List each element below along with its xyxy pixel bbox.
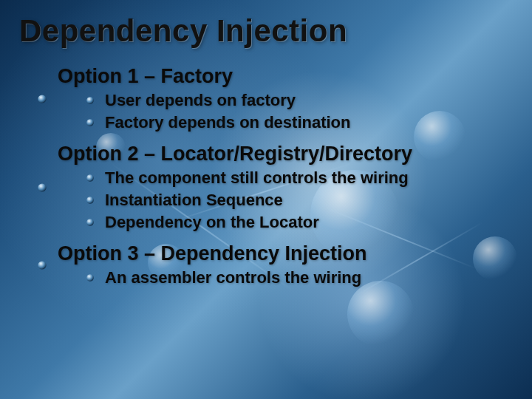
sub-list: An assembler controls the wiring [86, 268, 513, 287]
svg-point-7 [38, 261, 46, 269]
bullet-icon [37, 94, 47, 104]
list-item: The component still controls the wiring [86, 168, 513, 188]
item-label: An assembler controls the wiring [105, 268, 361, 287]
svg-point-1 [86, 97, 94, 104]
sub-list: The component still controls the wiring … [86, 168, 513, 232]
item-label: Option 2 – Locator/Registry/Directory [58, 143, 412, 165]
bullet-icon [86, 174, 95, 183]
item-label: User depends on factory [105, 91, 296, 109]
bullet-icon [37, 183, 47, 193]
top-level-list: Option 1 – Factory User depends on facto… [37, 65, 513, 287]
list-item: Dependency on the Locator [86, 213, 513, 232]
svg-point-3 [38, 183, 46, 191]
item-label: Factory depends on destination [105, 113, 350, 132]
bullet-icon [37, 260, 47, 270]
slide-content: Dependency Injection Option 1 – Factory … [0, 0, 532, 287]
bullet-icon [86, 196, 95, 205]
slide: Dependency Injection Option 1 – Factory … [0, 0, 532, 399]
bullet-icon [86, 118, 95, 127]
list-item: Option 3 – Dependency Injection An assem… [37, 242, 513, 287]
bullet-icon [86, 218, 95, 227]
sub-list: User depends on factory Factory depends … [86, 91, 513, 132]
slide-title: Dependency Injection [19, 13, 513, 49]
bullet-icon [86, 273, 95, 282]
item-label: Option 3 – Dependency Injection [58, 242, 367, 265]
item-label: Option 1 – Factory [58, 65, 233, 87]
list-item: Instantiation Sequence [86, 191, 513, 210]
item-label: Dependency on the Locator [105, 213, 319, 231]
svg-point-6 [86, 219, 94, 226]
bullet-icon [86, 96, 95, 105]
item-label: Instantiation Sequence [105, 191, 283, 209]
svg-point-8 [86, 274, 94, 282]
svg-point-2 [86, 119, 94, 126]
list-item: Option 1 – Factory User depends on facto… [37, 65, 513, 132]
svg-point-0 [38, 95, 46, 103]
list-item: An assembler controls the wiring [86, 268, 513, 287]
svg-point-5 [86, 197, 94, 204]
svg-point-4 [86, 174, 94, 182]
list-item: Option 2 – Locator/Registry/Directory Th… [37, 143, 513, 232]
list-item: User depends on factory [86, 91, 513, 110]
list-item: Factory depends on destination [86, 113, 513, 132]
item-label: The component still controls the wiring [105, 168, 409, 187]
